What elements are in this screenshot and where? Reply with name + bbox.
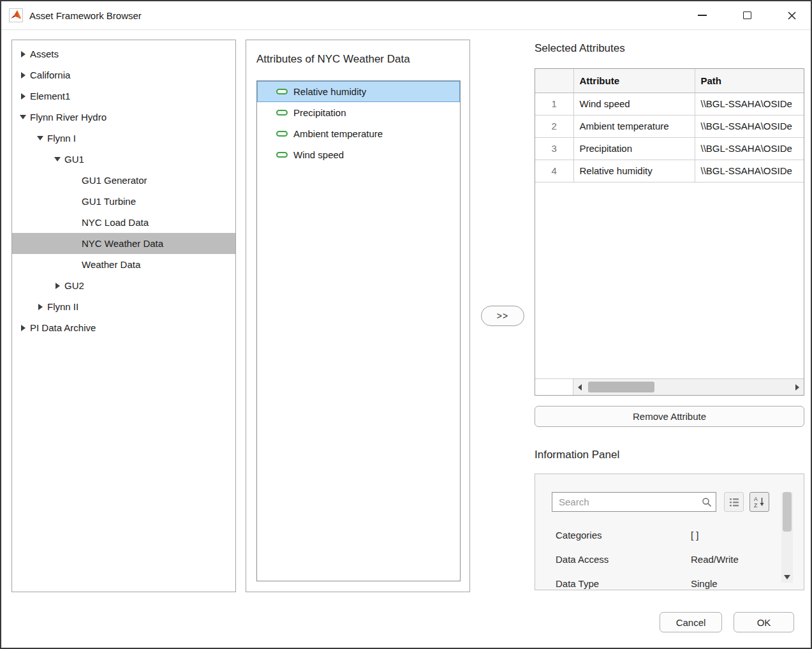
tree-item-label: Assets <box>30 48 59 59</box>
property-value: Single <box>691 578 718 589</box>
tree-expanded-arrow-icon[interactable] <box>35 133 45 144</box>
maximize-button[interactable] <box>734 1 760 29</box>
tree-item-label: GU1 <box>64 154 84 165</box>
row-number-header <box>535 69 573 93</box>
tree-item-label: GU1 Generator <box>82 175 147 186</box>
attribute-cell[interactable]: Relative humidity <box>573 160 695 182</box>
table-row[interactable]: 2 Ambient temperature \\BGL-SSAHA\OSIDe <box>535 115 804 137</box>
tree-item-element1[interactable]: Element1 <box>12 86 235 107</box>
horizontal-scrollbar-thumb[interactable] <box>588 382 654 392</box>
minimize-button[interactable] <box>689 1 716 29</box>
tree-collapsed-arrow-icon[interactable] <box>35 302 45 312</box>
svg-text:A: A <box>754 496 758 502</box>
attribute-item-label: Relative humidity <box>293 86 366 97</box>
attribute-cell[interactable]: Precipitation <box>573 137 695 160</box>
tree-item-gu1-generator[interactable]: GU1 Generator <box>12 170 235 191</box>
path-cell[interactable]: \\BGL-SSAHA\OSIDe <box>695 137 804 160</box>
tree-leaf-spacer <box>70 175 80 186</box>
property-row-data-access[interactable]: Data Access Read/Write <box>535 547 778 571</box>
path-cell[interactable]: \\BGL-SSAHA\OSIDe <box>695 115 804 137</box>
close-button[interactable] <box>778 1 805 29</box>
tree-collapsed-arrow-icon[interactable] <box>18 49 28 59</box>
tree-collapsed-arrow-icon[interactable] <box>52 281 63 291</box>
property-row-categories[interactable]: Categories [ ] <box>535 523 778 547</box>
property-row-data-type[interactable]: Data Type Single <box>535 571 778 590</box>
vertical-scrollbar-thumb[interactable] <box>783 492 792 532</box>
property-list: Categories [ ] Data Access Read/Write Da… <box>535 523 778 590</box>
horizontal-scrollbar-track[interactable] <box>573 378 804 395</box>
scroll-right-icon[interactable] <box>795 384 799 391</box>
tree-item-flynn-i[interactable]: Flynn I <box>12 128 235 149</box>
property-value: [ ] <box>691 530 699 541</box>
tree-collapsed-arrow-icon[interactable] <box>18 70 28 80</box>
ok-button[interactable]: OK <box>734 612 794 632</box>
add-attributes-button[interactable]: >> <box>481 306 524 326</box>
tree-item-label: Flynn II <box>47 301 78 312</box>
vertical-scrollbar[interactable] <box>781 492 793 583</box>
tree-item-label: Flynn I <box>47 133 76 144</box>
row-number: 2 <box>535 115 573 137</box>
attribute-item-label: Precipitation <box>293 107 346 118</box>
horizontal-scrollbar[interactable] <box>535 378 804 395</box>
list-view-icon <box>728 496 740 508</box>
tree-item-flynn-ii[interactable]: Flynn II <box>12 296 235 317</box>
search-field-wrap <box>552 492 716 512</box>
path-cell[interactable]: \\BGL-SSAHA\OSIDe <box>695 93 804 115</box>
attribute-item-relative-humidity[interactable]: Relative humidity <box>257 81 460 102</box>
group-view-button[interactable] <box>724 492 744 512</box>
tree-collapsed-arrow-icon[interactable] <box>18 323 28 333</box>
table-row[interactable]: 3 Precipitation \\BGL-SSAHA\OSIDe <box>535 137 804 160</box>
tree-item-nyc-load-data[interactable]: NYC Load Data <box>12 212 235 233</box>
tree-item-nyc-weather-data[interactable]: NYC Weather Data <box>12 233 235 254</box>
attribute-item-wind-speed[interactable]: Wind speed <box>257 144 460 165</box>
tree-item-gu1[interactable]: GU1 <box>12 149 235 170</box>
path-column-header[interactable]: Path <box>695 69 804 93</box>
path-cell[interactable]: \\BGL-SSAHA\OSIDe <box>695 160 804 182</box>
table-row[interactable]: 4 Relative humidity \\BGL-SSAHA\OSIDe <box>535 160 804 182</box>
attributes-panel: Attributes of NYC Weather Data Relative … <box>246 40 470 592</box>
attribute-icon <box>276 89 288 94</box>
scroll-left-icon[interactable] <box>578 384 582 391</box>
search-input[interactable] <box>552 492 716 512</box>
row-number: 1 <box>535 93 573 115</box>
attribute-cell[interactable]: Wind speed <box>573 93 695 115</box>
attribute-cell[interactable]: Ambient temperature <box>573 115 695 137</box>
tree-collapsed-arrow-icon[interactable] <box>18 91 28 101</box>
tree-item-pi-data-archive[interactable]: PI Data Archive <box>12 317 235 338</box>
matlab-app-icon <box>9 8 23 22</box>
tree-item-california[interactable]: California <box>12 64 235 86</box>
attribute-column-header[interactable]: Attribute <box>573 69 695 93</box>
scroll-down-icon[interactable] <box>784 575 790 579</box>
minimize-icon <box>698 15 707 16</box>
tree-leaf-spacer <box>70 260 80 270</box>
cancel-button[interactable]: Cancel <box>660 612 722 632</box>
tree-item-label: Element1 <box>30 91 70 101</box>
maximize-icon <box>743 11 751 19</box>
attribute-icon <box>276 152 288 158</box>
tree-expanded-arrow-icon[interactable] <box>52 154 63 165</box>
tree-item-weather-data[interactable]: Weather Data <box>12 254 235 275</box>
sort-alphabetical-button[interactable]: A Z <box>749 492 769 512</box>
window-title: Asset Framework Browser <box>29 10 142 21</box>
title-bar: Asset Framework Browser <box>1 1 811 30</box>
table-header-row: Attribute Path <box>535 69 804 93</box>
tree-item-label: California <box>30 70 70 80</box>
attribute-item-precipitation[interactable]: Precipitation <box>257 102 460 123</box>
search-icon <box>702 497 712 507</box>
selected-attributes-table: Attribute Path 1 Wind speed \\BGL-SSAHA\… <box>535 68 804 396</box>
attribute-icon <box>276 131 288 137</box>
tree-item-gu1-turbine[interactable]: GU1 Turbine <box>12 191 235 212</box>
tree-item-label: Flynn River Hydro <box>30 112 107 123</box>
tree-expanded-arrow-icon[interactable] <box>18 112 28 123</box>
tree-item-gu2[interactable]: GU2 <box>12 275 235 296</box>
tree-item-flynn-river-hydro[interactable]: Flynn River Hydro <box>12 107 235 128</box>
remove-attribute-button[interactable]: Remove Attribute <box>535 406 804 427</box>
tree-item-label: Weather Data <box>82 259 140 270</box>
tree-item-label: PI Data Archive <box>30 322 96 333</box>
tree-item-assets[interactable]: Assets <box>12 43 235 64</box>
tree-leaf-spacer <box>70 218 80 228</box>
table-row[interactable]: 1 Wind speed \\BGL-SSAHA\OSIDe <box>535 93 804 115</box>
tree-item-label: GU1 Turbine <box>82 196 136 207</box>
property-value: Read/Write <box>691 554 739 565</box>
attribute-item-ambient-temperature[interactable]: Ambient temperature <box>257 123 460 144</box>
